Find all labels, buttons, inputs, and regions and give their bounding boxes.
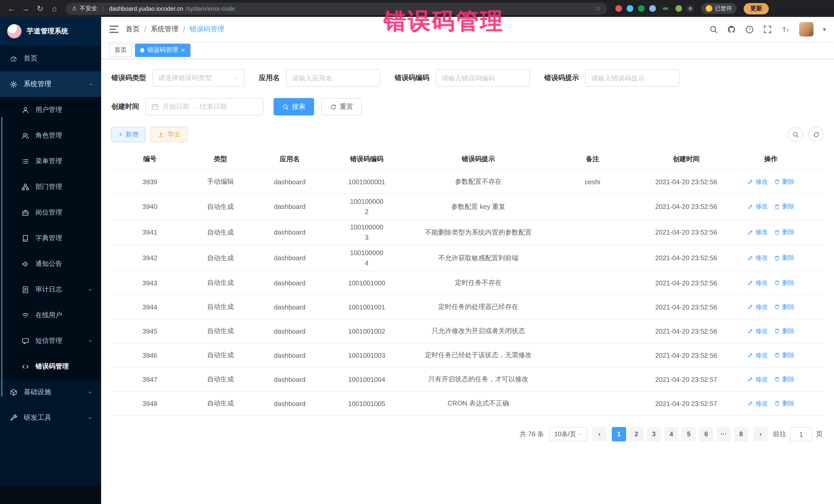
cell-app: dashboard [253,279,327,287]
edit-link[interactable]: 修改 [747,279,768,287]
sidebar-item-audit-log[interactable]: 审计日志 › [0,277,101,302]
page-button[interactable]: 2 [629,427,643,441]
delete-link[interactable]: 删除 [774,375,794,384]
date-range-picker[interactable]: 开始日期 - 结束日期 [145,98,263,115]
page-button[interactable]: 1 [612,427,626,441]
caret-down-icon[interactable]: ▾ [823,26,826,32]
delete-link[interactable]: 删除 [774,279,794,287]
edit-link[interactable]: 修改 [747,303,768,311]
edit-link[interactable]: 修改 [747,254,768,262]
sidebar-item-system[interactable]: 系统管理 › [0,71,101,97]
error-type-select[interactable]: 请选择错误码类型 › [152,69,245,87]
extension-icon-green[interactable] [638,5,644,12]
delete-link[interactable]: 删除 [774,351,794,359]
error-hint-input[interactable] [585,69,680,87]
sidebar-item-dept-mgmt[interactable]: 部门管理 [0,174,101,200]
edit-link[interactable]: 修改 [747,375,768,384]
refresh-table-button[interactable] [808,127,824,142]
delete-link[interactable]: 删除 [774,303,794,311]
page-size-select[interactable]: 10条/页 › [549,427,587,441]
page-button[interactable]: 8 [734,427,748,441]
delete-link[interactable]: 删除 [774,399,794,408]
edit-link[interactable]: 修改 [747,327,768,335]
delete-link[interactable]: 删除 [774,177,794,186]
sidebar-item-dict-mgmt[interactable]: 字典管理 [0,225,101,251]
sidebar-item-sms-mgmt[interactable]: 短信管理 › [0,328,101,354]
sidebar-scrollbar[interactable] [1,117,3,397]
tag-home[interactable]: 首页 [109,43,132,57]
search-button[interactable]: 搜索 [273,98,314,115]
page-button[interactable]: 5 [682,427,696,441]
fullscreen-icon[interactable] [764,25,772,34]
sidebar-item-role-mgmt[interactable]: 角色管理 [0,123,101,148]
browser-update-button[interactable]: 更新 [744,3,769,14]
edit-link[interactable]: 修改 [747,228,768,237]
calendar-icon [151,103,159,110]
add-button[interactable]: + 新增 [111,127,146,142]
search-icon[interactable] [709,25,718,34]
forward-icon[interactable]: → [20,2,32,15]
export-button[interactable]: 导出 [151,127,188,142]
app-name-input[interactable] [286,69,380,87]
delete-link[interactable]: 删除 [774,202,794,211]
bookmark-star-icon[interactable]: ☆ [595,5,601,12]
font-size-icon[interactable]: TT [782,25,790,34]
app-logo[interactable]: 芋道管理系统 [0,17,101,46]
profile-paused-badge[interactable]: 已暂停 [701,3,737,14]
sidebar-item-menu-mgmt[interactable]: 菜单管理 [0,148,101,174]
close-icon[interactable]: × [181,47,185,53]
tag-error-code[interactable]: 错误码管理 × [135,43,190,57]
delete-link[interactable]: 删除 [774,254,794,262]
help-icon[interactable]: ? [745,25,754,34]
sidebar-item-error-code-mgmt[interactable]: 错误码管理 [0,354,101,379]
prev-page-button[interactable]: ‹ [592,427,607,441]
extension-on-badge[interactable]: on [660,5,671,12]
user-avatar[interactable] [799,22,814,37]
cell-type: 自动生成 [188,278,253,287]
toggle-search-button[interactable] [788,127,803,142]
sidebar-item-infrastructure[interactable]: 基础设施 › [0,379,101,405]
page-button[interactable]: ··· [717,427,731,441]
sidebar-item-devtools[interactable]: 研发工具 › [0,405,101,431]
reload-icon[interactable]: ↻ [34,2,46,15]
date-start-placeholder: 开始日期 [163,102,190,111]
error-code-input[interactable] [436,69,530,87]
delete-link[interactable]: 删除 [774,327,794,335]
sidebar-item-notice-mgmt[interactable]: 通知公告 [0,251,101,277]
extension-icon-blue[interactable] [627,5,633,12]
sidebar-item-home[interactable]: 首页 [0,46,101,71]
extension-icon-grid[interactable] [649,5,656,12]
edit-link[interactable]: 修改 [747,202,768,211]
page-button[interactable]: 6 [699,427,714,441]
edit-link[interactable]: 修改 [747,177,768,186]
github-icon[interactable] [727,25,736,34]
address-bar[interactable]: ⚠ 不安全 | dashboard.yudao.iocoder.cn/syste… [66,2,607,15]
extensions-puzzle-icon[interactable]: ⚙ [687,5,694,12]
cell-app: dashboard [253,228,327,236]
security-warning-icon[interactable]: ⚠ [72,5,77,12]
page-button[interactable]: 4 [664,427,679,441]
pencil-icon [747,229,753,235]
breadcrumb-home[interactable]: 首页 [126,25,139,34]
gear-icon [10,80,18,88]
extension-icon-red[interactable] [615,5,622,12]
security-label[interactable]: 不安全 [80,5,97,12]
extension-icon-leaf[interactable] [675,5,682,12]
edit-link[interactable]: 修改 [747,399,768,408]
page-button[interactable]: 3 [647,427,661,441]
breadcrumb-system[interactable]: 系统管理 [151,25,179,34]
edit-link[interactable]: 修改 [747,351,768,359]
back-icon[interactable]: ← [5,2,18,15]
home-icon[interactable]: ⌂ [48,2,61,15]
reset-button[interactable]: 重置 [321,98,362,115]
next-page-button[interactable]: › [753,427,768,441]
hamburger-icon[interactable] [109,26,118,33]
cell-type: 自动生成 [188,351,253,360]
sidebar-item-post-mgmt[interactable]: 岗位管理 [0,200,101,225]
sidebar-item-user-mgmt[interactable]: 用户管理 [0,97,101,123]
page-jump-input[interactable] [790,427,812,441]
delete-link[interactable]: 删除 [774,228,794,237]
cell-code: 1001001000 [327,279,407,287]
sidebar-item-online-users[interactable]: 在线用户 [0,302,101,328]
extensions-row: on ⚙ [615,5,694,12]
